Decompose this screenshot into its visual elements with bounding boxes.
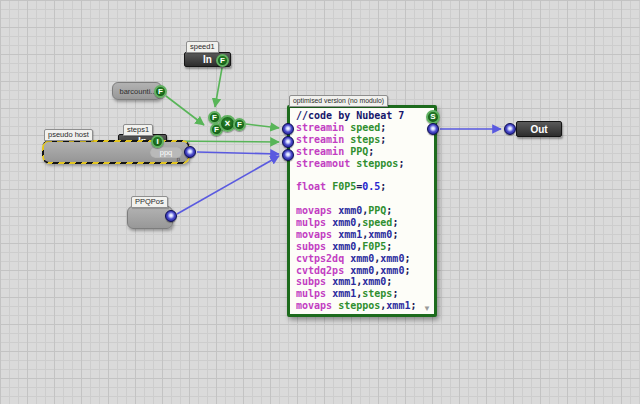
stream-type-icon: S bbox=[430, 113, 435, 121]
speed1-tab[interactable]: speed1 bbox=[186, 41, 219, 53]
out-node[interactable]: Out bbox=[516, 121, 562, 137]
float-type-icon: F bbox=[220, 57, 225, 65]
scroll-down-icon[interactable]: ▼ bbox=[423, 305, 431, 313]
codebox-stream-type-connector[interactable]: S bbox=[426, 110, 440, 124]
out-stream-connector[interactable] bbox=[504, 123, 516, 135]
wire-multiply-to-codebox[interactable] bbox=[246, 124, 279, 128]
codebox-tab[interactable]: optimised version (no modulo) bbox=[289, 95, 388, 107]
float-type-icon: F bbox=[158, 88, 163, 96]
float-type-icon: F bbox=[214, 126, 219, 134]
ppqpos-tab[interactable]: PPQPos bbox=[131, 196, 168, 208]
float-type-icon: F bbox=[237, 121, 242, 129]
ppq-stream-connector[interactable] bbox=[184, 146, 196, 158]
patch-canvas[interactable]: speed1 In F barcounti.. F F F × F steps1… bbox=[0, 0, 640, 404]
code-text[interactable]: //code by Nubeat 7streamin speed;streami… bbox=[290, 108, 434, 312]
pseudo-host-body: ppq p bbox=[44, 142, 188, 162]
speed1-in-label: In bbox=[203, 54, 212, 65]
codebox-input-steps-connector[interactable] bbox=[282, 136, 294, 148]
ppqpos-stream-connector[interactable] bbox=[165, 210, 177, 222]
pseudo-host-tab[interactable]: pseudo host bbox=[44, 129, 93, 141]
pseudo-host-module[interactable]: ppq p bbox=[42, 140, 190, 164]
codebox-input-speed-connector[interactable] bbox=[282, 123, 294, 135]
code-editor-box[interactable]: //code by Nubeat 7streamin speed;streami… bbox=[287, 105, 437, 317]
multiply-output-connector[interactable]: F bbox=[233, 118, 246, 131]
int-type-icon: I bbox=[156, 138, 158, 146]
barcounter-float-connector[interactable]: F bbox=[154, 85, 167, 98]
wire-barcounter-to-multiply[interactable] bbox=[166, 96, 204, 125]
multiply-icon: × bbox=[225, 119, 231, 129]
steps1-tab[interactable]: steps1 bbox=[123, 124, 153, 136]
steps1-int-connector[interactable]: I bbox=[151, 135, 164, 148]
wire-speed-to-multiply[interactable] bbox=[215, 68, 222, 107]
out-label: Out bbox=[530, 124, 547, 135]
barcounter-label: barcounti.. bbox=[119, 87, 154, 96]
float-type-icon: F bbox=[212, 114, 217, 122]
codebox-output-connector[interactable] bbox=[427, 123, 439, 135]
wire-ppqpos-to-codebox[interactable] bbox=[177, 156, 279, 214]
pseudo-host-sub-label: p bbox=[177, 156, 180, 162]
codebox-input-ppq-connector[interactable] bbox=[282, 149, 294, 161]
wire-ppq-to-codebox[interactable] bbox=[197, 152, 279, 154]
speed1-float-connector[interactable]: F bbox=[216, 54, 229, 67]
